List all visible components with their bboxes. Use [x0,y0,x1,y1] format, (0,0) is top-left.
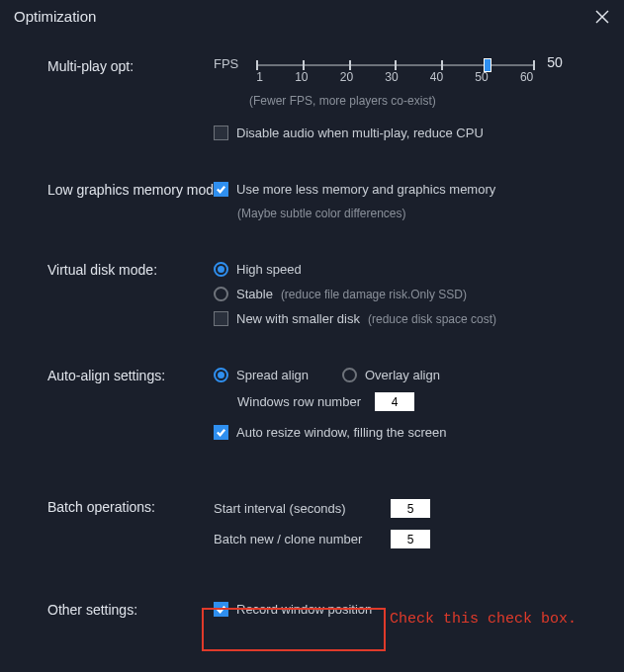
disable-audio-label: Disable audio when multi-play, reduce CP… [236,126,484,140]
high-speed-radio[interactable] [214,262,228,277]
low-graphics-section: Low graphics memory mode: Use more less … [47,182,604,220]
high-speed-label: High speed [236,262,302,277]
spread-align-label: Spread align [236,368,309,382]
other-label: Other settings: [47,602,214,618]
start-interval-input[interactable] [391,499,430,518]
record-position-checkbox[interactable] [214,602,228,617]
fps-tick-label: 30 [385,70,398,84]
other-section: Other settings: Record window position [47,602,604,618]
overlay-align-label: Overlay align [365,368,440,382]
new-smaller-disk-hint: (reduce disk space cost) [368,312,496,326]
multiplay-label: Multi-play opt: [47,58,214,140]
record-position-label: Record window position [236,602,372,617]
auto-align-label: Auto-align settings: [47,368,214,440]
close-icon[interactable] [594,9,610,25]
virtual-disk-label: Virtual disk mode: [47,262,214,326]
fps-tick-label: 60 [520,70,533,84]
disable-audio-checkbox[interactable] [214,126,228,140]
fps-tick-label: 20 [340,70,353,84]
spread-align-radio[interactable] [214,368,228,382]
fps-tick-label: 40 [430,70,443,84]
stable-label: Stable [236,287,273,301]
auto-resize-label: Auto resize window, filling the screen [236,425,446,440]
stable-radio[interactable] [214,287,228,301]
fps-tick-label: 10 [295,70,308,84]
batch-clone-input[interactable] [391,530,430,548]
fps-value: 50 [547,54,563,70]
fps-hint: (Fewer FPS, more players co-exist) [249,94,604,108]
auto-align-section: Auto-align settings: Spread align Overla… [47,368,604,440]
virtual-disk-section: Virtual disk mode: High speed Stable (re… [47,262,604,326]
low-graphics-label: Low graphics memory mode: [47,182,214,220]
new-smaller-disk-label: New with smaller disk [236,311,360,326]
low-memory-label: Use more less memory and graphics memory [236,182,495,197]
fps-slider-handle[interactable] [484,58,491,72]
batch-clone-label: Batch new / clone number [214,532,377,546]
fps-tick-label: 50 [475,70,488,84]
low-memory-checkbox[interactable] [214,182,228,197]
overlay-align-radio[interactable] [342,368,357,382]
fps-tick-label: 1 [256,70,263,84]
window-title: Optimization [14,8,96,25]
multiplay-section: Multi-play opt: FPS 1 [47,58,604,140]
windows-row-number-input[interactable] [375,392,414,411]
stable-hint: (reduce file damage risk.Only SSD) [281,288,467,301]
fps-caption: FPS [214,56,238,71]
windows-row-number-label: Windows row number [237,394,361,409]
titlebar: Optimization [0,0,624,29]
fps-slider[interactable]: 1 10 20 30 40 50 60 [256,58,533,84]
start-interval-label: Start interval (seconds) [214,501,377,516]
batch-section: Batch operations: Start interval (second… [47,499,604,560]
low-graphics-hint: (Maybe subtle color differences) [237,207,604,220]
new-smaller-disk-checkbox[interactable] [214,311,228,326]
auto-resize-checkbox[interactable] [214,425,228,440]
batch-label: Batch operations: [47,499,214,560]
